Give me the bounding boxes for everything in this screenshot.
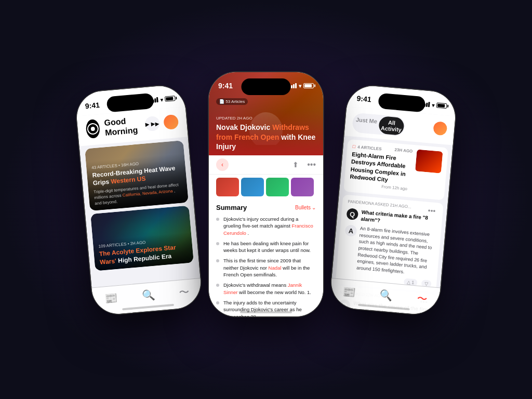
tab-bar-left: 📰 🔍 〜: [91, 278, 203, 316]
story-header: □ 4 ARTICLES 23H AGO Eight-Alarm Fire De…: [350, 144, 443, 188]
bullets-label: Bullets: [295, 205, 311, 210]
tab-search-right[interactable]: 🔍: [379, 288, 393, 302]
pulse-icon-left: 〜: [178, 285, 190, 300]
story-content: □ 4 ARTICLES 23H AGO Eight-Alarm Fire De…: [350, 144, 413, 185]
story-time: 23H AGO: [394, 148, 413, 154]
title-part1: Novak Djokovic: [216, 123, 270, 131]
qa-section-1: PANDEMONA ASKED 21H AGO... ••• Q What cr…: [335, 195, 443, 292]
bullet-text-2: He has been dealing with knee pain for w…: [223, 240, 316, 254]
news-header-left: Good Morning: [85, 114, 146, 139]
article-main-title: Novak Djokovic Withdrawsfrom French Open…: [216, 123, 316, 151]
article-thumb-strip: [209, 175, 323, 200]
user-avatar-left[interactable]: [163, 114, 179, 130]
news-logo-inner: [87, 123, 99, 135]
tab-news-left[interactable]: 📰: [104, 291, 118, 305]
dynamic-island-center: [242, 78, 291, 95]
thumb-3[interactable]: [266, 178, 289, 196]
phone-right: 9:41 ▾ Just Me All Activity: [329, 84, 458, 316]
tab-pulse-left[interactable]: 〜: [178, 285, 190, 300]
thumb-4[interactable]: [291, 178, 314, 196]
status-icons-right: ▾: [422, 101, 447, 109]
phone-left: 9:41 ▾ Good M: [75, 84, 203, 316]
articles-icon: 📄: [219, 99, 225, 104]
story-thumb-img: [415, 149, 443, 173]
back-icon: ‹: [221, 161, 223, 168]
play-icon: ▶ ▶▶: [145, 121, 160, 127]
star-wars-card[interactable]: 109 ARTICLES • 2H AGO The Acolyte Explor…: [90, 206, 194, 271]
bullet-4: Djokovic's withdrawal means Jannik Sinne…: [216, 282, 316, 296]
play-button[interactable]: ▶ ▶▶: [144, 116, 160, 131]
tab-all-activity[interactable]: All Activity: [378, 116, 405, 136]
q-letter-1: Q: [346, 208, 358, 220]
phone-left-screen: 9:41 ▾ Good M: [75, 84, 203, 316]
heat-wave-overlay: 43 ARTICLES • 16H AGO Record-Breaking He…: [86, 153, 189, 211]
bullet-dot-5: [216, 301, 219, 304]
tab-just-me[interactable]: Just Me: [353, 114, 379, 134]
qa-tabs: Just Me All Activity: [352, 113, 406, 137]
bullet-3: This is the first time since 2009 that n…: [216, 257, 316, 278]
bullet-dot-3: [216, 259, 219, 262]
newspaper-icon-right: 📰: [342, 285, 356, 299]
qa1-answer-text: An 8-alarm fire involves extensive resou…: [356, 225, 436, 278]
bullet-1: Djokovic's injury occurred during a grue…: [216, 216, 316, 236]
story-articles-count: □ 4 ARTICLES: [352, 144, 382, 152]
more-dots-qa1[interactable]: •••: [425, 206, 438, 216]
tab-news-right[interactable]: 📰: [342, 285, 356, 299]
back-button[interactable]: ‹: [216, 158, 229, 171]
more-icon-center[interactable]: •••: [307, 160, 316, 169]
time-center: 9:41: [218, 82, 233, 90]
thumb-1[interactable]: [216, 178, 239, 196]
wifi-left: ▾: [160, 97, 163, 102]
tab-pulse-right[interactable]: 〜: [416, 291, 428, 306]
news-logo: [85, 119, 100, 139]
bullet-dot-2: [216, 242, 219, 245]
bullet-text-3: This is the first time since 2009 that n…: [223, 257, 316, 278]
article-count-badge: 📄 53 Articles: [216, 98, 248, 105]
bullet-dot-1: [216, 218, 219, 221]
battery-right: [436, 102, 447, 109]
bullet-2: He has been dealing with knee pain for w…: [216, 240, 316, 254]
story-thumbnail: [415, 149, 443, 173]
bullet-5: The injury adds to the uncertainty surro…: [216, 299, 316, 316]
phone-right-screen: 9:41 ▾ Just Me All Activity: [329, 84, 458, 316]
phones-container: 9:41 ▾ Good M: [89, 77, 443, 322]
phone-center: 9:41 ▾ 📄 53 Articles: [209, 72, 323, 316]
article-updated-tag: UPDATED 2H AGO: [216, 116, 316, 121]
wifi-center: ▾: [299, 83, 301, 89]
bullet-dot-4: [216, 284, 219, 287]
share-icon[interactable]: ⬆: [292, 161, 299, 169]
bullet-text-1: Djokovic's injury occurred during a grue…: [223, 216, 316, 236]
bullet-text-5: The injury adds to the uncertainty surro…: [223, 299, 316, 316]
user-avatar-right[interactable]: [433, 121, 447, 136]
search-icon-left: 🔍: [141, 288, 155, 302]
status-icons-center: ▾: [289, 83, 314, 89]
battery-left: [165, 96, 176, 102]
thumb-2[interactable]: [241, 178, 264, 196]
chevron-icon: ⌄: [312, 205, 316, 210]
articles-badge-icon: □: [352, 144, 355, 149]
phone-center-screen: 9:41 ▾ 📄 53 Articles: [209, 72, 323, 316]
news-header-right: ▶ ▶▶: [144, 114, 179, 131]
a-letter-1: A: [345, 224, 357, 237]
home-indicator-center: [240, 311, 292, 313]
bullet-text-4: Djokovic's withdrawal means Jannik Sinne…: [223, 282, 316, 296]
news-greeting-block: Good Morning: [104, 114, 146, 138]
tab-search-left[interactable]: 🔍: [141, 288, 155, 302]
heat-wave-card[interactable]: 43 ARTICLES • 16H AGO Record-Breaking He…: [85, 140, 189, 211]
article-hero-overlay: UPDATED 2H AGO Novak Djokovic Withdrawsf…: [209, 111, 323, 155]
status-icons-left: ▾: [150, 96, 176, 103]
battery-center: [303, 83, 314, 88]
summary-section: Summary Bullets ⌄ Djokovic's injury occu…: [209, 200, 323, 316]
time-right: 9:41: [356, 94, 371, 103]
newspaper-icon: 📰: [104, 291, 118, 305]
pulse-icon-right: 〜: [416, 291, 428, 306]
wifi-right: ▾: [432, 102, 435, 108]
story-title: Eight-Alarm Fire Destroys Affordable Hou…: [350, 151, 413, 185]
article-nav-bar: ‹ ⬆ •••: [209, 155, 323, 175]
summary-header: Summary Bullets ⌄: [216, 204, 316, 211]
bullets-button[interactable]: Bullets ⌄: [295, 205, 316, 210]
qa1-answer-row: A An 8-alarm fire involves extensive res…: [342, 224, 436, 277]
time-left: 9:41: [85, 101, 100, 110]
story-card[interactable]: □ 4 ARTICLES 23H AGO Eight-Alarm Fire De…: [343, 139, 448, 201]
news-greeting: Good Morning: [104, 114, 146, 138]
